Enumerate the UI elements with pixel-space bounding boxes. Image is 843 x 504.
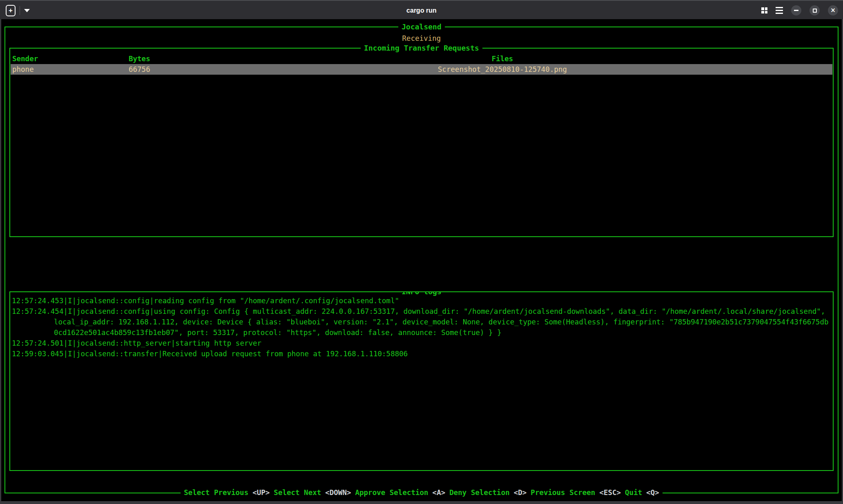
help-label: Deny Selection <box>449 488 510 497</box>
minimize-icon <box>794 10 798 11</box>
terminal-screen: Jocalsend Receiving Incoming Transfer Re… <box>0 19 843 504</box>
help-label: Approve Selection <box>355 488 428 497</box>
keybinding-help-bar: Select Previous<UP>Select Next<DOWN>Appr… <box>181 487 662 498</box>
info-logs-panel: INFO logs 12:57:24.453|I|jocalsend::conf… <box>9 291 834 471</box>
cell-bytes: 66756 <box>129 64 150 75</box>
hamburger-menu-icon[interactable] <box>776 7 783 14</box>
maximize-icon <box>813 9 817 13</box>
window-titlebar: + cargo run × <box>0 0 843 19</box>
help-label: Previous Screen <box>531 488 595 497</box>
help-key: <D> <box>514 488 527 497</box>
help-key: <UP> <box>252 488 270 497</box>
cell-sender: phone <box>12 64 34 75</box>
close-icon: × <box>830 7 836 13</box>
app-title: Jocalsend <box>398 22 445 32</box>
column-header-bytes: Bytes <box>129 53 150 64</box>
window-title: cargo run <box>0 1 843 20</box>
minimize-button[interactable] <box>791 5 801 16</box>
log-line: 12:57:24.454|I|jocalsend::config|using c… <box>12 306 831 338</box>
cell-files: Screenshot_20250810-125740.png <box>438 64 567 75</box>
incoming-requests-title: Incoming Transfer Requests <box>361 43 482 53</box>
log-line: 12:59:03.045|I|jocalsend::transfer|Recei… <box>12 349 831 359</box>
info-logs-title: INFO logs <box>398 291 445 297</box>
incoming-requests-panel: Incoming Transfer Requests Sender Bytes … <box>9 48 834 237</box>
app-frame: Jocalsend Receiving Incoming Transfer Re… <box>4 27 839 493</box>
table-row-selected[interactable]: phone 66756 Screenshot_20250810-125740.p… <box>11 64 832 75</box>
maximize-button[interactable] <box>810 5 820 16</box>
column-header-files: Files <box>492 53 513 64</box>
help-key: <DOWN> <box>325 488 351 497</box>
mode-status: Receiving <box>5 33 838 44</box>
help-label: Select Previous <box>184 488 248 497</box>
help-label: Select Next <box>274 488 321 497</box>
help-key: <Q> <box>646 488 659 497</box>
workspace-grid-icon[interactable] <box>761 7 767 13</box>
help-label: Quit <box>625 488 642 497</box>
help-key: <A> <box>433 488 446 497</box>
log-line: 12:57:24.501|I|jocalsend::http_server|st… <box>12 338 831 349</box>
close-button[interactable]: × <box>828 5 838 16</box>
column-header-sender: Sender <box>12 53 38 64</box>
help-key: <ESC> <box>599 488 621 497</box>
